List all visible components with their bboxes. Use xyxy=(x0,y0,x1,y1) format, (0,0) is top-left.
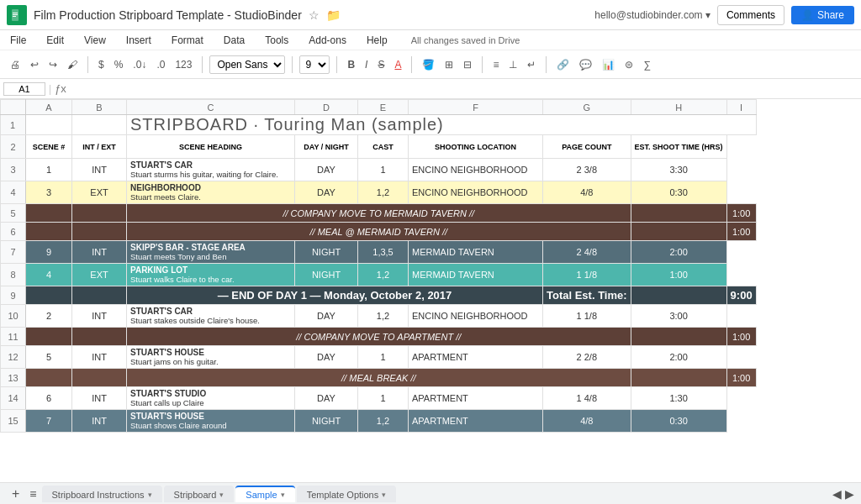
cell[interactable]: STUART'S CARStuart stakes outside Claire… xyxy=(127,305,295,328)
cell[interactable]: NIGHT xyxy=(295,241,358,264)
link-button[interactable]: 🔗 xyxy=(553,57,573,72)
undo-button[interactable]: ↩ xyxy=(27,57,42,72)
cell[interactable]: EXT xyxy=(72,264,127,286)
cell[interactable]: 1 xyxy=(358,159,409,181)
cell[interactable]: DAY xyxy=(295,387,358,410)
sheet-list-button[interactable]: ≡ xyxy=(24,487,41,501)
cell[interactable]: DAY xyxy=(295,346,358,369)
cell[interactable]: MERMAID TAVERN xyxy=(409,241,543,264)
cell[interactable]: DAY xyxy=(295,305,358,328)
cell[interactable]: — END OF DAY 1 — Monday, October 2, 2017 xyxy=(127,286,543,305)
menu-data[interactable]: Data xyxy=(220,33,248,48)
cell[interactable]: SKIPP'S BAR - STAGE AREAStuart meets Ton… xyxy=(127,241,295,264)
cell[interactable] xyxy=(72,369,127,387)
cell[interactable]: // MEAL @ MERMAID TAVERN // xyxy=(127,223,631,241)
menu-help[interactable]: Help xyxy=(363,33,391,48)
cell[interactable]: APARTMENT xyxy=(409,387,543,410)
cell[interactable]: 3:30 xyxy=(631,159,726,181)
cell[interactable]: SHOOTING LOCATION xyxy=(409,135,543,159)
borders-button[interactable]: ⊞ xyxy=(441,57,457,72)
cell[interactable]: NIGHT xyxy=(295,264,358,286)
cell[interactable]: EXT xyxy=(72,181,127,204)
cell[interactable]: // COMPANY MOVE TO MERMAID TAVERN // xyxy=(127,204,631,223)
col-header-f[interactable]: F xyxy=(409,100,543,115)
cell[interactable]: DAY / NIGHT xyxy=(295,135,358,159)
cell[interactable]: Total Est. Time: xyxy=(543,286,631,305)
cell[interactable]: 1,2 xyxy=(358,264,409,286)
cell[interactable] xyxy=(26,286,72,305)
cell[interactable] xyxy=(26,328,72,346)
cell[interactable]: 1 1/8 xyxy=(543,264,631,286)
cell[interactable]: 2 2/8 xyxy=(543,346,631,369)
cell[interactable]: STUART'S HOUSEStuart jams on his guitar. xyxy=(127,346,295,369)
cell[interactable]: STUART'S CARStuart sturms his guitar, wa… xyxy=(127,159,295,181)
cell[interactable]: 4/8 xyxy=(543,181,631,204)
cell[interactable]: CAST xyxy=(358,135,409,159)
number-format-button[interactable]: 123 xyxy=(172,57,195,72)
cell[interactable] xyxy=(72,286,127,305)
cell[interactable]: 3:00 xyxy=(631,305,726,328)
cell[interactable]: 6 xyxy=(26,387,72,410)
font-size-selector[interactable]: 9 xyxy=(299,55,330,74)
cell[interactable]: 1 4/8 xyxy=(543,387,631,410)
cell[interactable] xyxy=(72,328,127,346)
tab-stripboard[interactable]: Stripboard ▾ xyxy=(164,486,235,502)
cell[interactable]: EST. SHOOT TIME (HRS) xyxy=(631,135,726,159)
menu-format[interactable]: Format xyxy=(168,33,207,48)
cell[interactable]: 4 xyxy=(26,264,72,286)
col-header-h[interactable]: H xyxy=(631,100,726,115)
cell[interactable]: STUART'S HOUSEStuart shows Claire around xyxy=(127,410,295,433)
star-icon[interactable]: ☆ xyxy=(309,8,320,22)
cell[interactable]: SCENE HEADING xyxy=(127,135,295,159)
col-header-c[interactable]: C xyxy=(127,100,295,115)
folder-icon[interactable]: 📁 xyxy=(326,8,341,22)
cell[interactable]: APARTMENT xyxy=(409,410,543,433)
italic-button[interactable]: I xyxy=(362,57,371,72)
menu-insert[interactable]: Insert xyxy=(123,33,155,48)
cell[interactable]: 9 xyxy=(26,241,72,264)
wrap-button[interactable]: ↵ xyxy=(524,57,539,72)
scroll-right-button[interactable]: ▶ xyxy=(845,487,854,501)
cell[interactable]: 3 xyxy=(26,181,72,204)
col-header-e[interactable]: E xyxy=(358,100,409,115)
cell[interactable] xyxy=(72,115,127,135)
percent-button[interactable]: % xyxy=(111,57,127,72)
text-color-button[interactable]: A xyxy=(391,57,404,72)
cell[interactable]: 2 3/8 xyxy=(543,159,631,181)
cell[interactable]: 1:00 xyxy=(726,204,756,223)
cell[interactable]: PAGE COUNT xyxy=(543,135,631,159)
cell[interactable] xyxy=(631,204,726,223)
cell[interactable] xyxy=(72,223,127,241)
menu-edit[interactable]: Edit xyxy=(43,33,67,48)
cell[interactable]: 1,2 xyxy=(358,181,409,204)
cell[interactable]: 1,2 xyxy=(358,410,409,433)
col-header-b[interactable]: B xyxy=(72,100,127,115)
cell[interactable]: INT xyxy=(72,305,127,328)
valign-button[interactable]: ⊥ xyxy=(505,57,520,72)
filter-button[interactable]: ⊜ xyxy=(621,57,637,72)
cell[interactable]: INT xyxy=(72,159,127,181)
currency-button[interactable]: $ xyxy=(95,57,108,72)
menu-file[interactable]: File xyxy=(7,33,29,48)
sheet-container[interactable]: A B C D E F G H I 1 STRIPBOARD · Touring… xyxy=(0,99,861,482)
cell[interactable]: 9:00 xyxy=(726,286,756,305)
cell[interactable]: 1 xyxy=(358,387,409,410)
cell[interactable]: INT xyxy=(72,410,127,433)
menu-tools[interactable]: Tools xyxy=(261,33,292,48)
cell[interactable]: 1:00 xyxy=(726,369,756,387)
cell[interactable]: 1 1/8 xyxy=(543,305,631,328)
scroll-left-button[interactable]: ◀ xyxy=(832,487,842,501)
cell[interactable]: APARTMENT xyxy=(409,346,543,369)
cell[interactable]: // COMPANY MOVE TO APARTMENT // xyxy=(127,328,631,346)
cell[interactable]: STUART'S STUDIOStuart calls up Claire xyxy=(127,387,295,410)
cell[interactable] xyxy=(631,328,726,346)
bold-button[interactable]: B xyxy=(344,57,358,72)
user-email[interactable]: hello@studiobinder.com ▾ xyxy=(594,9,710,21)
cell[interactable]: 5 xyxy=(26,346,72,369)
cell[interactable] xyxy=(26,204,72,223)
tab-template-options[interactable]: Template Options ▾ xyxy=(297,486,397,502)
cell[interactable]: INT xyxy=(72,346,127,369)
cell[interactable]: 1,3,5 xyxy=(358,241,409,264)
merge-button[interactable]: ⊟ xyxy=(460,57,475,72)
cell[interactable]: NIGHT xyxy=(295,410,358,433)
